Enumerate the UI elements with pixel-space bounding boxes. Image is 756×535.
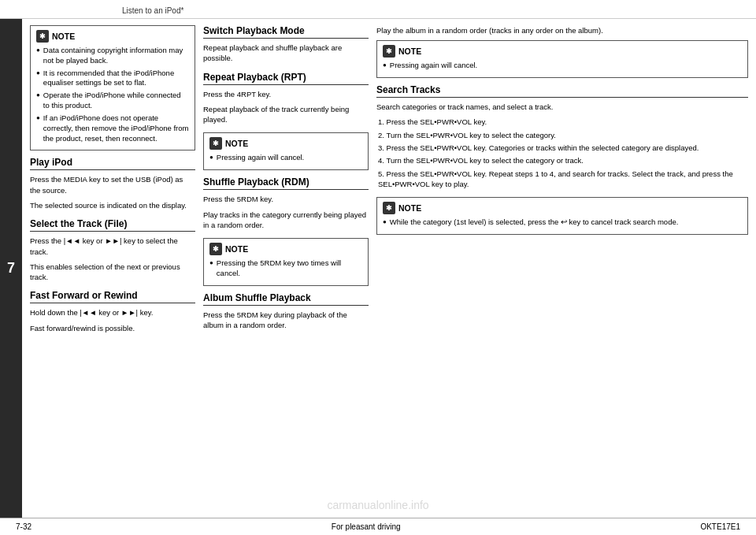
note-title-repeat: NOTE xyxy=(225,139,248,148)
note-icon-repeat: ✱ xyxy=(209,137,222,150)
step-5: Press the SEL•PWR•VOL key. Repeat steps … xyxy=(378,169,748,190)
fast-forward-text2: Fast forward/rewind is possible. xyxy=(30,323,195,333)
note-header-search: ✱ NOTE xyxy=(383,202,742,214)
note-box-random: ✱ NOTE Pressing again will cancel. xyxy=(376,40,748,78)
note-box-repeat: ✱ NOTE Pressing again will cancel. xyxy=(203,132,369,170)
shuffle-playback-text1: Press the 5RDM key. xyxy=(203,194,369,204)
footer-code: OKTE17E1 xyxy=(700,522,740,531)
note-item-3: Operate the iPod/iPhone while connected … xyxy=(36,91,189,111)
random-play-text: Play the album in a random order (tracks… xyxy=(376,25,748,35)
step-3: Press the SEL•PWR•VOL key. Categories or… xyxy=(378,143,748,153)
play-ipod-text1: Press the MEDIA key to set the USB (iPod… xyxy=(30,174,195,195)
footer-title: For pleasant driving xyxy=(332,522,401,531)
switch-playback-heading: Switch Playback Mode xyxy=(203,25,369,39)
select-track-section: Select the Track (File) Press the |◄◄ ke… xyxy=(30,218,195,282)
shuffle-playback-text2: Play tracks in the category currently be… xyxy=(203,210,369,231)
note-header-main: ✱ NOTE xyxy=(36,30,189,43)
note-repeat-item-1: Pressing again will cancel. xyxy=(209,153,362,163)
search-tracks-text1: Search categories or track names, and se… xyxy=(376,102,748,112)
note-header-shuffle: ✱ NOTE xyxy=(209,243,362,255)
search-tracks-section: Search Tracks Search categories or track… xyxy=(376,84,748,189)
note-item-2: It is recommended that the iPod/iPhone e… xyxy=(36,69,189,89)
note-icon-random: ✱ xyxy=(383,45,395,58)
note-item-1: Data containing copyright information ma… xyxy=(36,46,189,66)
note-list-search: While the category (1st level) is select… xyxy=(383,217,742,228)
repeat-playback-text2: Repeat playback of the track currently b… xyxy=(203,104,369,125)
play-ipod-text2: The selected source is indicated on the … xyxy=(30,200,195,210)
album-shuffle-section: Album Shuffle Playback Press the 5RDM ke… xyxy=(203,292,369,331)
note-search-item-1: While the category (1st level) is select… xyxy=(383,217,742,228)
play-ipod-section: Play iPod Press the MEDIA key to set the… xyxy=(30,157,195,210)
content-area: 7 ✱ NOTE Data containing copyright infor… xyxy=(0,19,756,518)
select-track-text2: This enables selection of the next or pr… xyxy=(30,262,195,283)
footer: 7-32 For pleasant driving OKTE17E1 xyxy=(0,518,756,535)
footer-page: 7-32 xyxy=(16,522,32,531)
play-ipod-heading: Play iPod xyxy=(30,157,195,170)
note-header-random: ✱ NOTE xyxy=(383,45,742,58)
right-column: Play the album in a random order (tracks… xyxy=(376,25,748,511)
main-content: ✱ NOTE Data containing copyright informa… xyxy=(22,19,756,518)
search-tracks-steps: Press the SEL•PWR•VOL key. Turn the SEL•… xyxy=(376,117,748,189)
step-1: Press the SEL•PWR•VOL key. xyxy=(378,117,748,127)
shuffle-playback-section: Shuffle Playback (RDM) Press the 5RDM ke… xyxy=(203,176,369,230)
note-list-shuffle: Pressing the 5RDM key two times will can… xyxy=(209,258,362,279)
select-track-text1: Press the |◄◄ key or ►►| key to select t… xyxy=(30,236,195,257)
note-title-shuffle: NOTE xyxy=(225,244,248,254)
fast-forward-text1: Hold down the |◄◄ key or ►►| key. xyxy=(30,307,195,318)
shuffle-playback-heading: Shuffle Playback (RDM) xyxy=(203,176,369,190)
note-title-random: NOTE xyxy=(398,46,421,56)
note-icon-shuffle: ✱ xyxy=(209,243,222,255)
fast-forward-section: Fast Forward or Rewind Hold down the |◄◄… xyxy=(30,290,195,333)
chapter-number: 7 xyxy=(7,260,15,277)
step-4: Turn the SEL•PWR•VOL key to select the c… xyxy=(378,155,748,165)
note-random-item-1: Pressing again will cancel. xyxy=(383,61,742,71)
top-label: Listen to an iPod* xyxy=(0,0,756,19)
note-list-repeat: Pressing again will cancel. xyxy=(209,153,362,163)
switch-playback-section: Switch Playback Mode Repeat playback and… xyxy=(203,25,369,64)
step-2: Turn the SEL•PWR•VOL key to select the c… xyxy=(378,130,748,140)
switch-playback-text1: Repeat playback and shuffle playback are… xyxy=(203,43,369,64)
fast-forward-heading: Fast Forward or Rewind xyxy=(30,290,195,303)
album-shuffle-heading: Album Shuffle Playback xyxy=(203,292,369,306)
left-column: ✱ NOTE Data containing copyright informa… xyxy=(30,25,195,511)
repeat-playback-section: Repeat Playback (RPT) Press the 4RPT key… xyxy=(203,72,369,125)
chapter-bar: 7 xyxy=(0,19,22,518)
search-tracks-heading: Search Tracks xyxy=(376,84,748,98)
repeat-playback-text1: Press the 4RPT key. xyxy=(203,89,369,99)
select-track-heading: Select the Track (File) xyxy=(30,218,195,232)
note-item-4: If an iPod/iPhone does not operate corre… xyxy=(36,113,189,143)
repeat-playback-heading: Repeat Playback (RPT) xyxy=(203,72,369,85)
note-shuffle-item-1: Pressing the 5RDM key two times will can… xyxy=(209,258,362,279)
note-icon-search: ✱ xyxy=(383,202,395,214)
note-list-main: Data containing copyright information ma… xyxy=(36,46,189,143)
note-box-main: ✱ NOTE Data containing copyright informa… xyxy=(30,25,195,150)
album-shuffle-text1: Press the 5RDM key during playback of th… xyxy=(203,310,369,331)
note-box-shuffle: ✱ NOTE Pressing the 5RDM key two times w… xyxy=(203,238,369,286)
note-title-search: NOTE xyxy=(398,203,421,213)
page-container: Listen to an iPod* 7 ✱ NOTE Data contain… xyxy=(0,0,756,535)
note-box-search: ✱ NOTE While the category (1st level) is… xyxy=(376,197,748,235)
note-title-main: NOTE xyxy=(52,32,75,41)
note-icon-main: ✱ xyxy=(36,30,49,43)
middle-column: Switch Playback Mode Repeat playback and… xyxy=(203,25,369,511)
note-list-random: Pressing again will cancel. xyxy=(383,61,742,71)
note-header-repeat: ✱ NOTE xyxy=(209,137,362,150)
